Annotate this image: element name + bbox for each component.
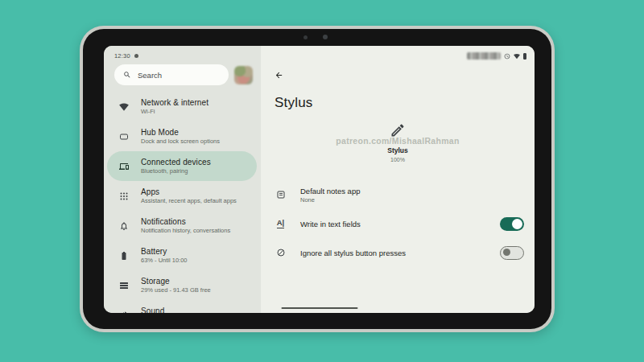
- settings-sidebar: 12:30 Search: [104, 46, 261, 313]
- row-value: None: [300, 196, 360, 204]
- page-title: Stylus: [275, 95, 535, 111]
- back-button[interactable]: [272, 68, 285, 81]
- sidebar-item-label: Network & internet: [141, 98, 208, 107]
- default-notes-app-row[interactable]: Default notes app None: [261, 180, 535, 209]
- search-icon: [123, 71, 131, 79]
- sidebar-item-storage[interactable]: Storage 29% used - 91.43 GB free: [107, 270, 257, 300]
- stylus-battery-level: 100%: [390, 157, 405, 162]
- search-placeholder: Search: [138, 71, 162, 80]
- notification-dot-icon: [134, 54, 138, 58]
- status-time: 12:30: [114, 52, 130, 60]
- search-row: Search: [114, 64, 253, 85]
- sidebar-item-label: Hub Mode: [141, 128, 220, 137]
- sidebar-item-battery[interactable]: Battery 63% - Until 10:00: [107, 241, 257, 270]
- page-background: 12:30 Search: [0, 0, 644, 362]
- bell-icon: [107, 221, 141, 231]
- sidebar-item-sublabel: Wi-Fi: [141, 108, 208, 115]
- sidebar-nav: Network & internet Wi-Fi Hub Mode Dock a…: [104, 90, 261, 313]
- row-label: Write in text fields: [300, 220, 361, 228]
- sidebar-item-notifications[interactable]: Notifications Notification history, conv…: [107, 211, 257, 241]
- gesture-navigation-bar[interactable]: [281, 307, 357, 310]
- status-bar-right: [261, 46, 535, 60]
- sidebar-item-label: Battery: [141, 247, 188, 256]
- battery-status-icon: [523, 53, 527, 60]
- sound-icon: [107, 311, 141, 314]
- sidebar-item-label: Storage: [141, 277, 211, 286]
- redacted-owner-name: [467, 52, 501, 60]
- sidebar-item-label: Sound: [141, 306, 204, 313]
- row-label: Default notes app: [300, 187, 360, 195]
- apps-grid-icon: [107, 191, 141, 201]
- sidebar-item-sound[interactable]: Sound Volume, Do Not Disturb: [107, 300, 257, 313]
- stylus-options-list: Default notes app None A| Write in text …: [261, 180, 535, 267]
- battery-icon: [107, 251, 141, 261]
- tablet-screen: 12:30 Search: [104, 46, 535, 313]
- row-label: Ignore all stylus button presses: [300, 249, 406, 257]
- storage-icon: [107, 281, 141, 290]
- write-in-text-fields-row[interactable]: A| Write in text fields: [261, 209, 535, 238]
- status-bar-left: 12:30: [104, 46, 261, 60]
- front-camera: [323, 35, 328, 39]
- sidebar-item-hub-mode[interactable]: Hub Mode Dock and lock screen options: [107, 121, 257, 151]
- watermark-text: patreon.com/MishaalRahman: [261, 136, 535, 146]
- sidebar-item-sublabel: 63% - Until 10:00: [141, 257, 188, 264]
- ignore-stylus-button-toggle[interactable]: [500, 246, 524, 260]
- search-input[interactable]: Search: [114, 64, 229, 85]
- arrow-back-icon: [275, 71, 283, 80]
- wifi-icon: [107, 102, 141, 112]
- stylus-device-status: patreon.com/MishaalRahman Stylus 100%: [261, 122, 535, 162]
- block-icon: [275, 248, 287, 257]
- write-in-text-fields-toggle[interactable]: [500, 217, 524, 231]
- devices-icon: [107, 162, 141, 171]
- text-cursor-icon: A|: [275, 219, 287, 228]
- hub-mode-icon: [107, 132, 141, 142]
- sidebar-item-network-internet[interactable]: Network & internet Wi-Fi: [107, 92, 257, 121]
- sidebar-item-apps[interactable]: Apps Assistant, recent apps, default app…: [107, 181, 257, 211]
- stylus-device-name: Stylus: [387, 146, 408, 154]
- sidebar-item-sublabel: Assistant, recent apps, default apps: [141, 197, 237, 204]
- sidebar-item-label: Apps: [141, 187, 237, 196]
- sidebar-item-sublabel: Bluetooth, pairing: [141, 167, 211, 175]
- stylus-settings-panel: Stylus patreon.com/MishaalRahman Stylus …: [261, 46, 535, 313]
- alarm-icon: [504, 53, 510, 60]
- sidebar-item-connected-devices[interactable]: Connected devices Bluetooth, pairing: [107, 151, 257, 181]
- sidebar-item-label: Notifications: [141, 217, 230, 226]
- front-camera-dot: [303, 35, 308, 39]
- wifi-status-icon: [514, 53, 520, 60]
- profile-avatar[interactable]: [234, 66, 253, 84]
- sidebar-item-sublabel: 29% used - 91.43 GB free: [141, 286, 211, 294]
- tablet-bezel: 12:30 Search: [83, 29, 551, 329]
- notes-app-icon: [275, 190, 287, 200]
- sidebar-item-sublabel: Dock and lock screen options: [141, 138, 220, 145]
- tablet-device: 12:30 Search: [80, 26, 555, 332]
- sidebar-item-sublabel: Notification history, conversations: [141, 227, 230, 234]
- ignore-stylus-button-row[interactable]: Ignore all stylus button presses: [261, 238, 535, 267]
- sidebar-item-label: Connected devices: [141, 158, 211, 167]
